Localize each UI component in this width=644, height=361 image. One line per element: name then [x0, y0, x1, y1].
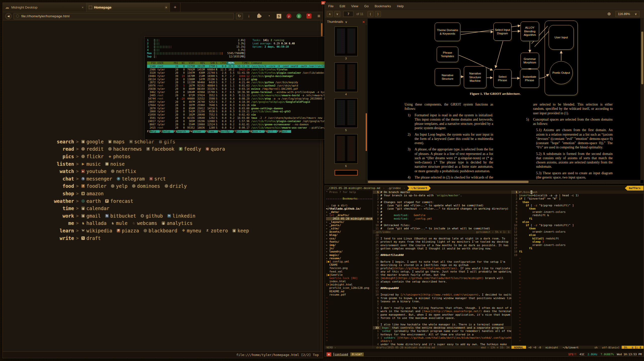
editor-line[interactable]: 3 [`sxhkdrc`](https://github.com/thallad…: [373, 336, 511, 339]
nerdtree-item[interactable]: ▸ assets/: [325, 230, 373, 233]
homepage-link[interactable]: g gmail: [81, 213, 101, 219]
editor-line[interactable]: 2 #: [373, 197, 511, 200]
editor-line[interactable]: 8 fi: [511, 217, 643, 220]
sidebar-header[interactable]: Thumbnails ∨ ✕: [325, 19, 367, 25]
homepage-link[interactable]: ▶ music: [81, 161, 101, 167]
editor-line[interactable]: 22 ###dotfiles###: [373, 253, 511, 257]
editor-line[interactable]: 6 xrandr-invert-colors: [511, 210, 643, 214]
editor-line[interactable]: 1 `sxhkd` (probably the hardest program …: [373, 329, 511, 333]
buffer-tab-gitindex[interactable]: .g/index: [385, 186, 403, 191]
editor-line[interactable]: 1 inverted=$(xcalib -a -p | head -c 1): [511, 194, 643, 197]
htop-process-row[interactable]: 1340 root 20 0 2375M 2012M 275M S 0.0 25…: [147, 65, 332, 68]
editor-line[interactable]: ~: [511, 257, 643, 260]
htop-process-row[interactable]: 2415 root 20 0 95352 18836 1280 S 0.0 0.…: [147, 126, 332, 129]
editor-line[interactable]: 12 ###bspwm###: [373, 287, 511, 290]
pdf-horizontal-scrollbar[interactable]: [367, 180, 640, 183]
nerdtree-item[interactable]: ~: [325, 339, 373, 342]
scrollbar-thumb[interactable]: [368, 181, 529, 183]
editor-line[interactable]: ~: [511, 323, 643, 326]
back-button[interactable]: ◀: [5, 13, 12, 19]
nerdtree-item[interactable]: profile_icon_128x128.png: [325, 286, 373, 290]
editor-line[interactable]: xhkdrc): [373, 339, 511, 343]
homepage-link[interactable]: blackboard: [144, 228, 177, 233]
editor-line[interactable]: 1 #!/bin/bash: [511, 191, 643, 194]
history-clock-icon[interactable]: ◔: [265, 13, 273, 19]
htop-function-key[interactable]: F1Help: [147, 130, 160, 133]
homepage-link[interactable]: s srct: [149, 176, 166, 182]
page-number-input[interactable]: 7: [343, 11, 353, 17]
menu-item[interactable]: View: [351, 4, 358, 8]
homepage-link[interactable]: ϟ messenger: [81, 176, 112, 182]
pdf-thumbnail-item[interactable]: 3: [335, 27, 358, 60]
nerdtree-item[interactable]: ~: [325, 326, 373, 329]
reload-button[interactable]: ↻: [236, 13, 243, 19]
nerdtree-item[interactable]: </thallada.github.io/: [325, 207, 373, 210]
homepage-link[interactable]: ♞ hallada: [81, 220, 106, 226]
homepage-link[interactable]: flickr: [81, 154, 104, 159]
editor-line[interactable]: 25 environment over the course of a few …: [373, 244, 511, 247]
pdf-thumbnail-item[interactable]: 6: [335, 134, 358, 167]
homepage-link[interactable]: g calendar: [81, 206, 109, 211]
editor-line[interactable]: 8 leaves on a binary tree.: [373, 300, 511, 303]
editor-line[interactable]: 16 the master branch fairly often, but t…: [373, 273, 511, 277]
homepage-link[interactable]: Q quora: [206, 146, 225, 152]
editor-line[interactable]: 18 profile](https://github.com/thallada/…: [373, 267, 511, 270]
homepage-link[interactable]: Z zotero: [206, 228, 228, 233]
col-time[interactable]: TIME+: [234, 61, 249, 65]
download-icon[interactable]: ↓: [245, 13, 253, 19]
editor-line[interactable]: 17 fi: [511, 247, 643, 250]
homepage-link[interactable]: hackernews: [108, 146, 142, 152]
homepage-link[interactable]: yelp: [111, 183, 127, 189]
editor-line[interactable]: 1 I also like how hackable the whole man…: [373, 323, 511, 326]
nerdtree-item[interactable]: index.html: [325, 280, 373, 283]
nerdtree-item[interactable]: [✶]midnight.html: [325, 283, 373, 286]
editor-line[interactable]: 10 if [ -z "$(pgrep redshift)" ]: [511, 224, 643, 227]
editor-line[interactable]: ~: [511, 266, 643, 270]
menu-item[interactable]: Help: [397, 4, 404, 8]
adblock-icon[interactable]: || 21: [295, 13, 303, 19]
homepage-link[interactable]: ▤ gifs: [159, 139, 175, 144]
homepage-link[interactable]: netflix: [111, 168, 136, 174]
url-bar[interactable]: file:///home/tyler/homepage.html: [14, 13, 234, 19]
editor-line[interactable]: ~: [511, 270, 643, 273]
htop-function-key[interactable]: F4Filter: [189, 130, 205, 133]
nerdtree-item[interactable]: ▸ _data/: [325, 210, 373, 214]
htop-function-key[interactable]: F5Tree: [205, 130, 218, 133]
editor-line[interactable]: 14 always contain the setup described he…: [373, 280, 511, 283]
editor-line[interactable]: ~: [511, 313, 643, 316]
tab-close-icon[interactable]: ×: [82, 6, 84, 9]
htop-process-row[interactable]: 2872 tyler 20 0 1115M 96468 6420 S 0.7 1…: [147, 81, 332, 84]
history-back-button[interactable]: ⟨: [367, 11, 373, 17]
htop-process-row[interactable]: 25838 tyler 20 0 884M 88160 33136 S 0.0 …: [147, 87, 332, 91]
editor-line[interactable]: ~: [511, 263, 643, 266]
nerdtree-item[interactable]: [325, 201, 373, 204]
editor-line[interactable]: 5 then: [511, 207, 643, 210]
editor-line[interactable]: ~: [511, 286, 643, 290]
homepage-link[interactable]: W wikipedia: [81, 228, 112, 233]
editor-line[interactable]: 8 # modified: _config.yml: [373, 217, 511, 220]
nerdtree-item[interactable]: ▸ _layouts/: [325, 220, 373, 224]
editor-line[interactable]: ~: [511, 290, 643, 293]
nerdtree-item[interactable]: ~: [325, 336, 373, 339]
editor-line[interactable]: 17 any of this setup, I would go there. …: [373, 270, 511, 273]
col-user[interactable]: USER: [156, 61, 172, 65]
editor-line[interactable]: 11 # (use "git add <file>..." to include…: [373, 227, 511, 230]
htop-process-row[interactable]: 3320 tyler 20 0 1347M 436M 21744 S 2.6 5…: [147, 71, 332, 74]
htop-process-row[interactable]: 2870 tyler 20 0 856M 25012 14716 S 0.0 0…: [147, 107, 332, 110]
nerdtree-item[interactable]: ~: [325, 333, 373, 336]
zoom-target-icon[interactable]: ⊕: [607, 11, 611, 17]
col-pri[interactable]: PRI: [172, 61, 178, 65]
col-s[interactable]: S: [215, 61, 218, 65]
editor-line[interactable]: 23: [373, 250, 511, 253]
nerdtree-item[interactable]: ▸ css/: [325, 237, 373, 240]
editor-line[interactable]: ~: [511, 326, 643, 329]
editor-line[interactable]: 12 xrandr-invert-colors: [511, 230, 643, 233]
editor-line[interactable]: ~: [511, 303, 643, 306]
htop-process-row[interactable]: 19484 tyler 39 19 1670M 214M 18300 S 0.7…: [147, 74, 332, 78]
zoom-level-dropdown[interactable]: 116.89% ∨: [615, 11, 639, 17]
nerdtree-item[interactable]: ~: [325, 313, 373, 316]
nerdtree-item[interactable]: ▸ magic/: [325, 253, 373, 257]
editor-line[interactable]: 6 #: [373, 210, 511, 214]
col-mem[interactable]: MEM%: [226, 61, 234, 65]
htop-process-row[interactable]: 21050 tyler 20 0 182M 20648 7552 S 0.0 0…: [147, 113, 332, 116]
